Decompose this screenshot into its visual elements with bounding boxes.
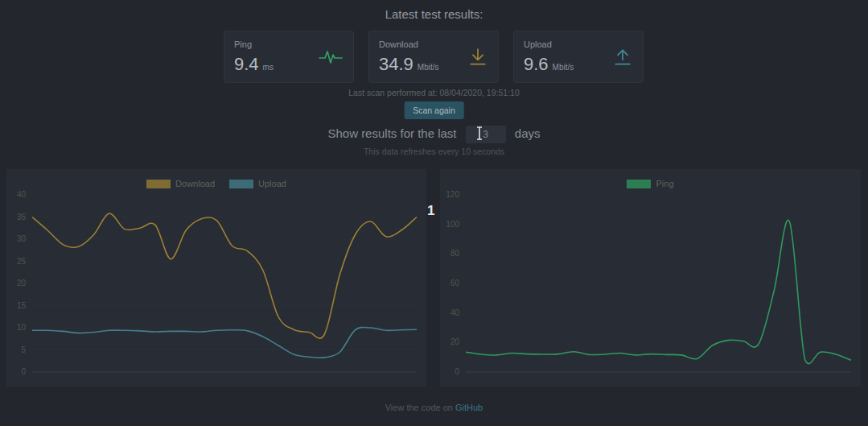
legend-swatch-ping [627,180,651,188]
svg-text:35: 35 [17,213,27,221]
days-input[interactable] [466,126,506,143]
footer: View the code on GitHub [0,403,868,412]
filter-prefix-text: Show results for the last [327,126,456,140]
svg-text:20: 20 [17,279,27,287]
svg-text:100: 100 [446,220,459,229]
annotation-1: 1 [427,203,434,219]
svg-text:0: 0 [21,367,26,376]
legend-label: Upload [258,179,286,188]
download-value: 34.9 [379,54,413,75]
footer-text: View the code on [385,403,453,412]
legend-label: Download [175,179,215,188]
svg-text:25: 25 [17,257,27,266]
svg-text:15: 15 [17,301,27,310]
svg-text:5: 5 [21,345,26,354]
refresh-note: This data refreshes every 10 seconds [0,147,868,156]
ping-chart: 020406080100120 [440,169,861,387]
svg-text:0: 0 [455,367,459,376]
pulse-icon [319,48,343,66]
download-card-label: Download [379,39,418,49]
download-upload-chart-panel: DownloadUpload 0510152025303540 [6,169,426,387]
scan-again-button[interactable]: Scan again [404,101,464,119]
upload-card-label: Upload [524,39,552,49]
svg-text:10: 10 [17,323,27,332]
ping-legend: Ping [440,179,861,188]
ping-card-label: Ping [234,39,252,49]
upload-icon [613,48,632,67]
ping-value: 9.4 [234,54,259,75]
download-card: Download 34.9 Mbit/s [368,31,499,83]
download-icon [468,48,487,67]
svg-text:20: 20 [450,337,460,346]
svg-text:40: 40 [450,308,460,317]
series-line-download [32,213,417,338]
svg-text:40: 40 [17,190,27,199]
filter-row: Show results for the last days [0,126,868,143]
ping-card: Ping 9.4 ms [224,31,354,83]
legend-swatch-upload [229,180,253,188]
legend-label: Ping [656,179,673,188]
text-cursor-icon [475,126,483,140]
svg-text:80: 80 [450,249,460,258]
svg-text:60: 60 [450,279,460,287]
legend-item-ping[interactable]: Ping [627,179,673,188]
last-scan-text: Last scan performed at: 08/04/2020, 19:5… [0,88,868,97]
ping-chart-panel: Ping 020406080100120 [440,169,861,387]
upload-unit: Mbit/s [553,63,574,72]
ping-unit: ms [263,63,274,72]
download-unit: Mbit/s [418,63,439,72]
upload-value: 9.6 [524,54,549,75]
download-upload-chart: 0510152025303540 [6,169,426,387]
filter-suffix-text: days [515,126,541,140]
upload-card: Upload 9.6 Mbit/s [513,31,644,83]
svg-text:120: 120 [446,190,459,199]
download-upload-legend: DownloadUpload [6,179,426,188]
legend-swatch-download [146,180,171,188]
result-cards: Ping 9.4 ms Download 34.9 Mbit/s Upload … [224,31,644,83]
legend-item-download[interactable]: Download [146,179,215,188]
svg-text:30: 30 [17,234,27,243]
github-link[interactable]: GitHub [455,403,483,412]
page-title: Latest test results: [0,7,868,21]
series-line-upload [32,327,417,358]
legend-item-upload[interactable]: Upload [229,179,286,188]
